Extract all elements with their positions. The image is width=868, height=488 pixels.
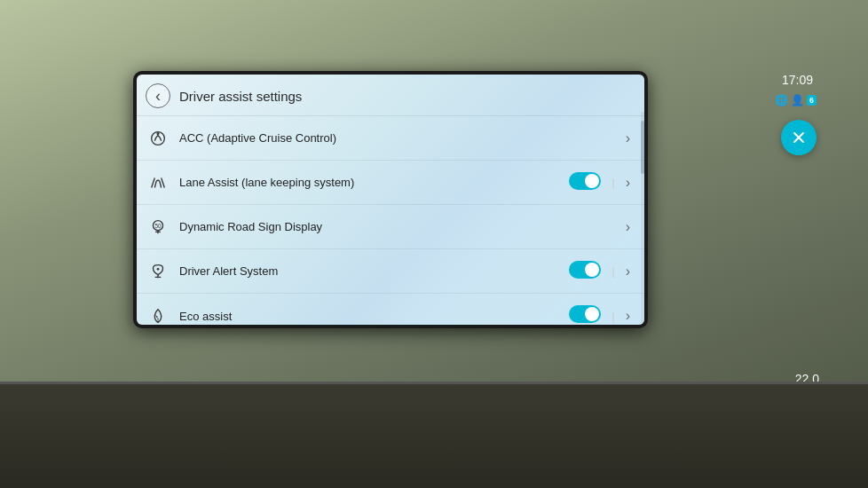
svg-text:50: 50 bbox=[154, 222, 162, 228]
driver-alert-toggle-container bbox=[569, 261, 601, 282]
screen-title: Driver assist settings bbox=[179, 89, 302, 104]
lane-assist-toggle-container bbox=[569, 172, 601, 193]
dashboard-surface bbox=[0, 382, 868, 488]
menu-item-road-sign[interactable]: 50 Dynamic Road Sign Display › bbox=[137, 205, 644, 249]
lane-assist-label: Lane Assist (lane keeping system) bbox=[179, 176, 569, 189]
svg-point-7 bbox=[157, 267, 160, 270]
divider2: | bbox=[612, 264, 614, 278]
acc-icon bbox=[146, 129, 170, 148]
user-icon: 👤 bbox=[791, 94, 804, 106]
status-row: 🌐 👤 6 bbox=[775, 94, 817, 106]
back-button[interactable] bbox=[146, 83, 170, 108]
close-button[interactable] bbox=[781, 120, 817, 155]
road-sign-chevron: › bbox=[626, 219, 630, 235]
dashboard: Driver assist settings bbox=[0, 0, 868, 488]
lane-assist-chevron: › bbox=[626, 175, 630, 191]
acc-chevron: › bbox=[626, 130, 630, 146]
time-display: 17:09 bbox=[782, 73, 813, 87]
eco-assist-chevron: › bbox=[626, 308, 630, 324]
lane-assist-icon bbox=[146, 173, 170, 193]
eco-assist-icon bbox=[146, 306, 170, 325]
screen-bezel: Driver assist settings bbox=[133, 71, 648, 328]
menu-item-driver-alert[interactable]: Driver Alert System | › bbox=[137, 249, 644, 294]
driver-alert-toggle[interactable] bbox=[569, 261, 601, 279]
screen-header: Driver assist settings bbox=[137, 75, 644, 116]
eco-assist-toggle[interactable] bbox=[569, 305, 601, 323]
menu-item-lane-assist[interactable]: Lane Assist (lane keeping system) | › bbox=[137, 161, 644, 205]
svg-point-2 bbox=[157, 132, 159, 134]
menu-item-eco-assist[interactable]: Eco assist | › bbox=[137, 294, 644, 325]
divider3: | bbox=[612, 310, 614, 323]
screen: Driver assist settings bbox=[137, 75, 644, 325]
eco-assist-toggle-container bbox=[569, 305, 601, 325]
scrollbar-thumb bbox=[641, 121, 644, 174]
menu-list: ACC (Adaptive Cruise Control) › Lan bbox=[137, 116, 644, 325]
acc-label: ACC (Adaptive Cruise Control) bbox=[179, 131, 622, 145]
lane-assist-toggle[interactable] bbox=[569, 172, 601, 190]
globe-icon: 🌐 bbox=[775, 94, 788, 106]
scrollbar[interactable] bbox=[641, 112, 644, 325]
road-sign-label: Dynamic Road Sign Display bbox=[179, 220, 622, 233]
driver-alert-chevron: › bbox=[626, 264, 630, 279]
menu-item-acc[interactable]: ACC (Adaptive Cruise Control) › bbox=[137, 116, 644, 161]
divider: | bbox=[612, 176, 614, 189]
road-sign-icon: 50 bbox=[146, 217, 170, 237]
notification-badge: 6 bbox=[807, 95, 817, 106]
driver-alert-icon bbox=[146, 262, 170, 281]
eco-assist-label: Eco assist bbox=[179, 310, 569, 323]
driver-alert-label: Driver Alert System bbox=[179, 264, 569, 278]
